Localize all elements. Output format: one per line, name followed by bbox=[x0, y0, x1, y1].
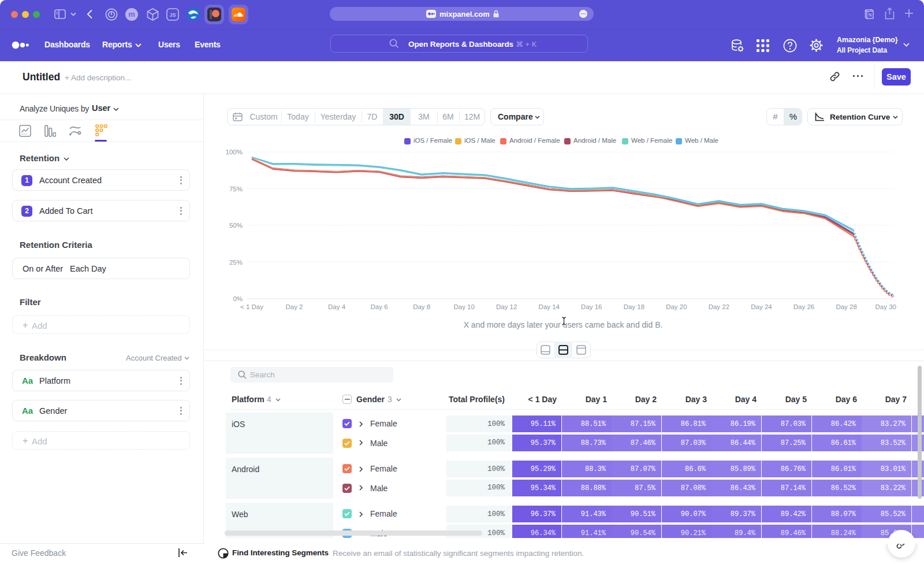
svg-text:Day 8: Day 8 bbox=[413, 303, 430, 310]
svg-text:75%: 75% bbox=[229, 185, 243, 192]
svg-text:Day 26: Day 26 bbox=[793, 303, 814, 310]
svg-text:25%: 25% bbox=[229, 259, 243, 266]
svg-text:Day 30: Day 30 bbox=[875, 303, 896, 310]
svg-text:JS: JS bbox=[169, 12, 176, 18]
svg-text:100%: 100% bbox=[226, 149, 243, 155]
svg-text:Day 20: Day 20 bbox=[666, 303, 687, 310]
svg-text:Day 2: Day 2 bbox=[285, 303, 303, 310]
svg-text:Day 10: Day 10 bbox=[453, 303, 474, 310]
svg-text:Day 28: Day 28 bbox=[836, 303, 856, 310]
svg-text:Day 14: Day 14 bbox=[539, 303, 560, 310]
svg-text:Day 6: Day 6 bbox=[371, 303, 388, 310]
svg-text:< 1 Day: < 1 Day bbox=[240, 303, 263, 310]
svg-text:Day 22: Day 22 bbox=[709, 303, 729, 310]
svg-text:N: N bbox=[868, 12, 872, 18]
svg-text:Day 24: Day 24 bbox=[751, 303, 772, 310]
svg-text:50%: 50% bbox=[229, 222, 243, 229]
svg-text:Day 4: Day 4 bbox=[328, 303, 346, 310]
svg-text:0%: 0% bbox=[233, 295, 243, 302]
svg-text:Day 12: Day 12 bbox=[496, 303, 517, 310]
svg-text:Day 16: Day 16 bbox=[581, 303, 602, 310]
svg-text:Day 18: Day 18 bbox=[624, 303, 644, 310]
